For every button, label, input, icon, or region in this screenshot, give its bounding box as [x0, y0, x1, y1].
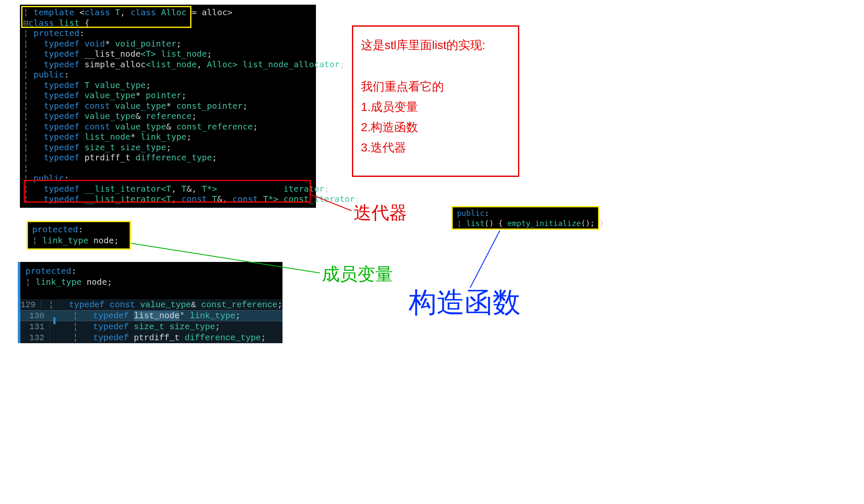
code3-line-rows: 129 ¦ typedef const value_type& const_re… [20, 299, 282, 343]
ctor-code: public: ¦ list() { empty_initialize(); } [457, 208, 594, 229]
annotation-line1: 我们重点看它的 [361, 77, 510, 97]
code-text: ¦ template <class T, class Alloc = alloc… [23, 7, 313, 204]
code-detail-block: protected: ¦ link_type node; 129 ¦ typed… [18, 262, 282, 343]
annotation-line3: 2.构造函数 [361, 117, 510, 138]
annotation-box: 这是stl库里面list的实现: 我们重点看它的 1.成员变量 2.构造函数 3… [352, 25, 519, 177]
annotation-line4: 3.迭代器 [361, 138, 510, 158]
code-row-highlighted: 130 ¦ typedef list_node* link_type; [20, 310, 282, 321]
svg-line-2 [470, 231, 500, 288]
code-row: 132 ¦ typedef ptrdiff_t difference_type; [20, 332, 282, 343]
code3-top-text: protected: ¦ link_type node; [25, 265, 277, 287]
member-variable-snippet: protected: ¦ link_type node; [27, 221, 131, 250]
code-row: 129 ¦ typedef const value_type& const_re… [20, 299, 282, 310]
label-member: 成员变量 [322, 262, 393, 286]
annotation-heading: 这是stl库里面list的实现: [361, 35, 510, 55]
cursor-icon [53, 317, 55, 324]
annotation-line2: 1.成员变量 [361, 97, 510, 117]
line-number: 129 [20, 300, 41, 310]
constructor-snippet: public: ¦ list() { empty_initialize(); } [451, 206, 599, 230]
label-constructor: 构造函数 [409, 284, 521, 322]
member-code: protected: ¦ link_type node; [32, 224, 125, 246]
line-number: 131 [20, 322, 50, 332]
line-number: 130 [20, 311, 50, 321]
main-code-block: ¦ template <class T, class Alloc = alloc… [20, 5, 316, 208]
code-row: 131 ¦ typedef size_t size_type; [20, 321, 282, 332]
line-number: 132 [20, 333, 50, 343]
label-iterator: 迭代器 [354, 201, 407, 225]
